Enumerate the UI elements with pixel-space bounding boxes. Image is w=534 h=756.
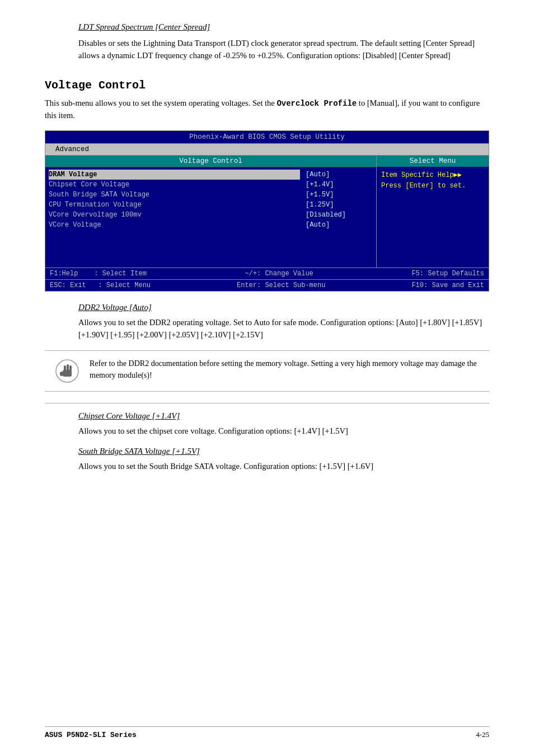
bios-items: DRAM Voltage Chipset Core Voltage South … xyxy=(45,167,376,232)
warning-box: Refer to the DDR2 documentation before s… xyxy=(45,350,489,392)
bios-footer-esc[interactable]: ESC: Exit : Select Menu xyxy=(50,281,151,289)
bios-box: Phoenix-Award BIOS CMOS Setup Utility Ad… xyxy=(45,130,489,292)
ldt-section-title: LDT Spread Spectrum [Center Spread] xyxy=(78,22,489,32)
bios-footer-f1[interactable]: F1:Help : Select Item xyxy=(50,270,147,278)
bios-footer-f5: F5: Setup Defaults xyxy=(411,270,484,278)
bios-val-chipset: [+1.4V] xyxy=(306,180,373,190)
bios-panel-title-right: Select Menu xyxy=(377,156,489,167)
ddr2-voltage-title: DDR2 Voltage [Auto] xyxy=(78,303,489,312)
bios-row-chipset[interactable]: Chipset Core Voltage xyxy=(49,180,300,190)
page-footer: ASUS P5ND2-SLI Series 4-25 xyxy=(45,726,489,739)
bios-tab-advanced[interactable]: Advanced xyxy=(50,145,95,154)
overclock-profile-label: Overclock Profile xyxy=(277,99,357,108)
bios-footer-f10: F10: Save and Exit xyxy=(411,281,484,289)
bios-footer-enter: Enter: Select Sub-menu xyxy=(237,281,325,289)
bios-sidebar-content: Item Specific Help▶▶ Press [Enter] to se… xyxy=(377,167,489,195)
bios-sidebar: Select Menu Item Specific Help▶▶ Press [… xyxy=(377,156,489,267)
bios-main: Voltage Control DRAM Voltage Chipset Cor… xyxy=(45,156,377,267)
voltage-control-heading: Voltage Control xyxy=(45,79,489,92)
bios-footer: F1:Help : Select Item ~/+: Change Value … xyxy=(45,267,489,279)
footer-page: 4-25 xyxy=(476,730,489,739)
southbridge-voltage-desc: Allows you to set the South Bridge SATA … xyxy=(78,461,489,473)
svg-rect-5 xyxy=(69,365,72,371)
bios-help-line2: Press [Enter] to set. xyxy=(381,181,484,191)
bios-row-vcore[interactable]: VCore Voltage xyxy=(49,220,300,230)
bios-row-southbridge[interactable]: South Bridge SATA Voltage xyxy=(49,190,300,200)
bios-panel-title: Voltage Control xyxy=(45,156,376,167)
ddr2-voltage-desc: Allows you to set the DDR2 operating vol… xyxy=(78,317,489,341)
bios-items-left: DRAM Voltage Chipset Core Voltage South … xyxy=(49,170,300,230)
ldt-section-description: Disables or sets the Lightning Data Tran… xyxy=(78,37,489,62)
bios-val-dram: [Auto] xyxy=(306,170,373,180)
southbridge-voltage-title: South Bridge SATA Voltage [+1.5V] xyxy=(78,447,489,456)
bios-content: Voltage Control DRAM Voltage Chipset Cor… xyxy=(45,156,489,267)
bios-row-cpu-term[interactable]: CPU Termination Voltage xyxy=(49,200,300,210)
chipset-voltage-title: Chipset Core Voltage [+1.4V] xyxy=(78,411,489,421)
bios-val-vcore: [Auto] xyxy=(306,220,373,230)
intro-text-1: This sub-menu allows you to set the syst… xyxy=(45,98,275,107)
bios-val-southbridge: [+1.5V] xyxy=(306,190,373,200)
bios-tab-bar[interactable]: Advanced xyxy=(45,144,489,156)
svg-rect-2 xyxy=(60,372,63,376)
svg-rect-3 xyxy=(64,365,66,372)
bios-title-bar: Phoenix-Award BIOS CMOS Setup Utility xyxy=(45,131,489,144)
warning-text: Refer to the DDR2 documentation before s… xyxy=(90,358,480,381)
bios-items-right: [Auto] [+1.4V] [+1.5V] [1.25V] [Disabled… xyxy=(306,170,373,230)
bios-footer-change: ~/+: Change Value xyxy=(245,270,313,278)
footer-brand: ASUS P5ND2-SLI Series xyxy=(45,731,137,739)
chipset-voltage-desc: Allows you to set the chipset core volta… xyxy=(78,425,489,438)
bios-row-vcore-over[interactable]: VCore Overvoltage 100mv xyxy=(49,210,300,220)
bios-val-cpu-term: [1.25V] xyxy=(306,200,373,210)
bios-val-vcore-over: [Disabled] xyxy=(306,210,373,220)
warning-icon xyxy=(54,358,81,384)
bios-row-dram[interactable]: DRAM Voltage xyxy=(49,170,300,180)
bios-help-line1: Item Specific Help▶▶ xyxy=(381,170,484,181)
svg-rect-4 xyxy=(67,364,69,371)
voltage-control-intro: This sub-menu allows you to set the syst… xyxy=(45,97,489,122)
divider-1 xyxy=(45,403,489,403)
bios-footer-2: ESC: Exit : Select Menu Enter: Select Su… xyxy=(45,279,489,291)
